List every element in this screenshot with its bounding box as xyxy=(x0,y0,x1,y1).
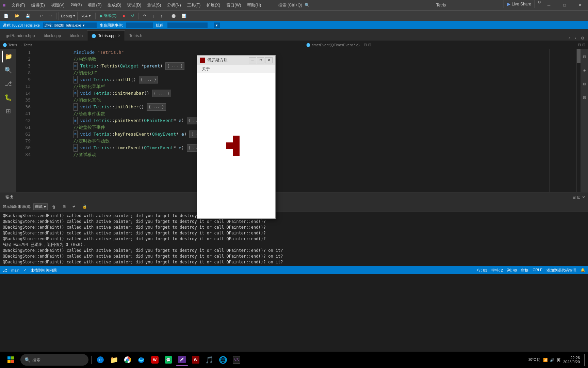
menu-analyze[interactable]: 分析(N) xyxy=(164,2,184,9)
taskbar-music-icon[interactable]: 🎵 xyxy=(203,354,215,366)
line-info[interactable]: 行: 83 xyxy=(477,268,487,273)
open-file-btn[interactable]: 📂 xyxy=(12,12,22,20)
performance-btn[interactable]: 📊 xyxy=(179,12,189,20)
breadcrumb-class[interactable]: Tetris xyxy=(23,43,32,47)
right-bar-icon1[interactable]: ⊟ xyxy=(581,50,588,63)
breakpoint-btn[interactable]: ⬤ xyxy=(169,12,178,20)
git-status[interactable]: main xyxy=(11,268,19,272)
char-info[interactable]: 字符: 2 xyxy=(491,268,503,273)
collapsed-block[interactable]: { ... } xyxy=(147,103,166,111)
taskbar-vs2-icon[interactable]: VS xyxy=(230,354,243,366)
method-split-icon[interactable]: ⊟ xyxy=(364,43,367,47)
taskbar-edge-icon[interactable]: e xyxy=(94,354,107,366)
menu-debug[interactable]: 调试(D) xyxy=(125,2,144,9)
col-info[interactable]: 列: 49 xyxy=(507,268,517,273)
taskbar-wps2-icon[interactable]: W xyxy=(190,354,202,366)
split-editor-icon[interactable]: ⊟ xyxy=(578,43,581,47)
taskbar-search[interactable]: 🔍 搜索 xyxy=(20,354,88,366)
space-info[interactable]: 空格 xyxy=(521,268,528,273)
output-maximize-icon[interactable]: ⊡ xyxy=(577,195,581,200)
add-source-btn[interactable]: 添加到源代码管理 xyxy=(546,268,576,273)
collapsed-block[interactable]: { ... } xyxy=(152,90,171,97)
dialog-maximize-btn[interactable]: □ xyxy=(257,57,264,63)
taskbar-wechat-icon[interactable]: 💬 xyxy=(162,354,175,366)
network-icon[interactable]: 📶 xyxy=(543,358,548,362)
start-button[interactable] xyxy=(3,352,19,368)
tab-getrandom[interactable]: getRandom.hpp xyxy=(1,30,39,41)
dialog-menu-about[interactable]: 关于 xyxy=(200,65,212,73)
step-over-btn[interactable]: ↷ xyxy=(141,12,149,20)
step-out-btn[interactable]: ↑ xyxy=(158,12,165,20)
platform-dropdown[interactable]: x64 ▾ xyxy=(79,12,93,20)
fold-btn-42[interactable]: ⊞ xyxy=(74,117,78,124)
output-word-wrap-btn[interactable]: ↵ xyxy=(70,203,78,211)
menu-git[interactable]: Git(G) xyxy=(68,2,85,9)
editor-scrollbar[interactable] xyxy=(576,49,581,192)
fold-btn-14[interactable]: ⊞ xyxy=(74,90,78,97)
save-btn[interactable]: 💾 xyxy=(23,12,33,20)
breadcrumb-file[interactable]: Tetris xyxy=(8,43,17,47)
menu-view[interactable]: 视图(V) xyxy=(48,2,67,9)
menu-tools[interactable]: 工具(T) xyxy=(184,2,203,9)
maximize-button[interactable]: □ xyxy=(557,0,572,10)
menu-edit[interactable]: 编辑(E) xyxy=(29,2,48,9)
taskbar-edge2-icon[interactable] xyxy=(135,354,147,366)
taskbar-browser2-icon[interactable]: 🌐 xyxy=(217,354,229,366)
search-activity-icon[interactable]: 🔍 xyxy=(2,64,14,76)
menu-window[interactable]: 窗口(W) xyxy=(224,2,244,9)
menu-project[interactable]: 项目(P) xyxy=(85,2,104,9)
menu-help[interactable]: 帮助(H) xyxy=(244,2,264,9)
output-lock-btn[interactable]: 🔒 xyxy=(80,203,89,211)
show-desktop-btn[interactable] xyxy=(584,354,585,366)
no-issues[interactable]: 未找到相关问题 xyxy=(31,268,57,273)
fold-btn-9[interactable]: ⊞ xyxy=(74,76,78,83)
menu-extensions[interactable]: 扩展(X) xyxy=(204,2,223,9)
config-dropdown[interactable]: Debug ▾ xyxy=(59,12,78,20)
tab-scroll-right[interactable]: › xyxy=(573,36,578,41)
undo-btn[interactable]: ↩ xyxy=(37,12,45,20)
fold-btn-3[interactable]: ⊞ xyxy=(74,62,78,70)
thread-selector[interactable] xyxy=(167,22,208,28)
process-selector[interactable]: 进程: [6628] Tetris.exe ▾ xyxy=(43,22,97,28)
menu-bar[interactable]: 文件(F) 编辑(E) 视图(V) Git(G) 项目(P) 生成(B) 调试(… xyxy=(9,2,264,9)
restart-btn[interactable]: ↺ xyxy=(129,12,136,20)
minimize-button[interactable]: ─ xyxy=(541,0,557,10)
redo-btn[interactable]: ↪ xyxy=(46,12,54,20)
taskbar-folder-icon[interactable]: 📁 xyxy=(108,354,120,366)
taskbar-chrome-icon[interactable] xyxy=(121,354,134,366)
fold-btn-80[interactable]: ⊞ xyxy=(74,144,78,152)
maximize-editor-icon[interactable]: ⊡ xyxy=(582,43,585,47)
right-bar-icon2[interactable]: ◈ xyxy=(581,64,588,76)
extensions-icon[interactable]: ⊞ xyxy=(2,105,14,117)
tab-scroll-left[interactable]: ‹ xyxy=(567,36,572,41)
tab-tetrish[interactable]: Tetris.h xyxy=(125,30,147,41)
tab-blockcpp[interactable]: block.cpp xyxy=(39,30,65,41)
lifetime-selector[interactable] xyxy=(126,22,153,28)
search-box[interactable]: 搜索 (Ctrl+Q) 🔍 xyxy=(278,2,310,8)
menu-test[interactable]: 测试(S) xyxy=(145,2,164,9)
collapsed-block[interactable]: { ... } xyxy=(139,76,158,83)
step-into-btn[interactable]: ↓ xyxy=(150,12,157,20)
output-tab[interactable]: 输出 xyxy=(3,194,16,201)
method-maximize-icon[interactable]: ⊡ xyxy=(368,43,371,47)
right-bar-icon4[interactable]: ⊡ xyxy=(581,91,588,104)
explorer-icon[interactable]: 📁 xyxy=(2,50,14,63)
fold-btn-62[interactable]: ⊞ xyxy=(74,131,78,138)
tab-blockh[interactable]: block.h xyxy=(65,30,87,41)
collapsed-block[interactable]: { ... } xyxy=(165,62,184,70)
fold-btn-36[interactable]: ⊞ xyxy=(74,103,78,111)
stop-btn[interactable]: ■ xyxy=(120,12,127,20)
right-bar-icon3[interactable]: ⊠ xyxy=(581,78,588,90)
dialog-close-btn[interactable]: ✕ xyxy=(265,57,273,63)
dialog-minimize-btn[interactable]: ─ xyxy=(249,57,256,63)
code-editor[interactable]: #include "Tetris.h" //构造函数 ⊞ Tetris::Tet… xyxy=(33,49,549,192)
new-file-btn[interactable]: 📄 xyxy=(1,12,11,20)
encoding-info[interactable]: CRLF xyxy=(533,268,542,273)
taskbar-wps-icon[interactable]: W xyxy=(149,354,161,366)
breadcrumb-method[interactable]: timerEvent(QTimerEvent * e) xyxy=(312,43,360,47)
lang-icon[interactable]: 英 xyxy=(557,357,560,363)
debug-activity-icon[interactable]: 🐛 xyxy=(2,91,14,104)
scrollbar-thumb[interactable] xyxy=(577,49,581,63)
output-clear-btn[interactable]: 🗑 xyxy=(50,203,58,211)
tab-settings-icon[interactable]: ⚙ xyxy=(579,36,587,41)
